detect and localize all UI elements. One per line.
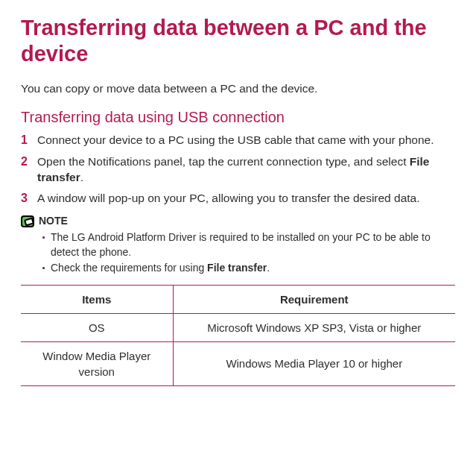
- note-block: NOTE The LG Android Platform Driver is r…: [21, 214, 455, 275]
- requirements-table: Items Requirement OS Microsoft Windows X…: [21, 285, 455, 386]
- step-item: 1 Connect your device to a PC using the …: [21, 132, 455, 148]
- note-item: The LG Android Platform Driver is requir…: [42, 230, 455, 259]
- intro-text: You can copy or move data between a PC a…: [21, 81, 455, 97]
- step-number: 1: [21, 132, 34, 148]
- note-icon: [21, 215, 34, 227]
- subheading: Transferring data using USB connection: [21, 107, 455, 127]
- step-text: A window will pop-up on your PC, allowin…: [37, 190, 455, 207]
- step-item: 3 A window will pop-up on your PC, allow…: [21, 190, 455, 207]
- note-label: NOTE: [39, 214, 68, 229]
- table-header-items: Items: [21, 285, 173, 313]
- step-number: 2: [21, 154, 34, 170]
- step-text: Open the Notifications panel, tap the cu…: [37, 154, 455, 186]
- steps-list: 1 Connect your device to a PC using the …: [21, 132, 455, 207]
- table-cell-item: OS: [21, 313, 173, 341]
- note-list: The LG Android Platform Driver is requir…: [21, 230, 455, 276]
- step-item: 2 Open the Notifications panel, tap the …: [21, 154, 455, 186]
- table-header-requirement: Requirement: [173, 285, 455, 313]
- table-cell-req: Microsoft Windows XP SP3, Vista or highe…: [173, 313, 455, 341]
- table-header-row: Items Requirement: [21, 285, 455, 313]
- page-title: Transferring data between a PC and the d…: [21, 15, 455, 67]
- table-row: Window Media Player version Windows Medi…: [21, 341, 455, 385]
- note-item: Check the requirements for using File tr…: [42, 261, 455, 276]
- step-number: 3: [21, 190, 34, 207]
- table-row: OS Microsoft Windows XP SP3, Vista or hi…: [21, 313, 455, 341]
- table-cell-req: Windows Media Player 10 or higher: [173, 341, 455, 385]
- table-cell-item: Window Media Player version: [21, 341, 173, 385]
- step-text: Connect your device to a PC using the US…: [37, 132, 455, 148]
- note-header: NOTE: [21, 214, 455, 229]
